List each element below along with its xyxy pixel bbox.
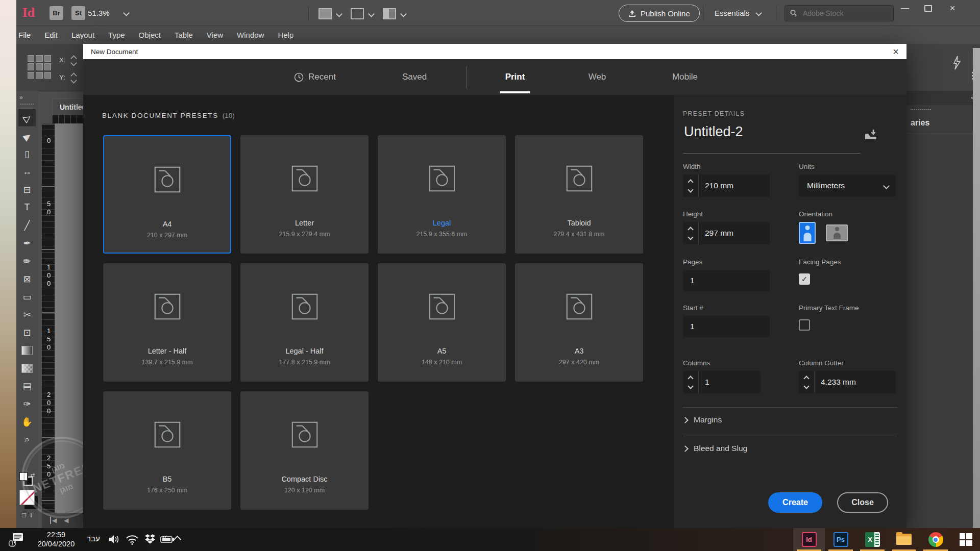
content-collector-tool[interactable]: ⊟	[18, 181, 36, 198]
stepper-up-icon[interactable]	[688, 179, 693, 185]
width-input[interactable]	[699, 181, 757, 191]
close-button[interactable]: Close	[837, 492, 888, 513]
stepper-up-icon[interactable]	[688, 375, 693, 381]
frame-tool[interactable]: ⊠	[18, 270, 36, 288]
preset-card-letter[interactable]: Letter215.9 x 279.4 mm	[240, 135, 369, 254]
menu-window[interactable]: Window	[237, 31, 264, 39]
stepper-down-icon[interactable]	[803, 383, 809, 389]
orientation-landscape-button[interactable]	[826, 224, 848, 241]
maximize-button[interactable]	[921, 2, 935, 14]
libraries-panel-tab[interactable]: aries	[911, 118, 929, 128]
column-gutter-field[interactable]	[799, 371, 896, 393]
preset-card-compact-disc[interactable]: Compact Disc120 x 120 mm	[240, 391, 369, 510]
gradient-feather-tool[interactable]	[18, 359, 36, 377]
pen-tool[interactable]: ✒	[18, 234, 36, 252]
stepper-down-icon[interactable]	[688, 234, 693, 240]
stepper-down-icon[interactable]	[688, 383, 693, 389]
chevron-up-icon[interactable]	[174, 536, 182, 544]
menu-layout[interactable]: Layout	[71, 31, 94, 39]
zoom-level-dropdown[interactable]: 51.3%	[88, 6, 129, 19]
height-input[interactable]	[699, 228, 757, 238]
stepper-up-icon[interactable]	[688, 227, 693, 232]
preset-card-a4[interactable]: A4210 x 297 mm	[103, 135, 231, 254]
save-preset-icon[interactable]	[864, 129, 878, 141]
eyedropper-tool[interactable]: ✑	[18, 395, 36, 413]
wifi-icon[interactable]	[126, 535, 139, 545]
menu-help[interactable]: Help	[278, 31, 293, 39]
menu-table[interactable]: Table	[175, 31, 193, 39]
columns-stepper[interactable]	[683, 371, 699, 393]
tab-mobile[interactable]: Mobile	[672, 59, 698, 95]
width-stepper[interactable]	[683, 174, 699, 197]
primary-text-frame-checkbox[interactable]	[799, 319, 810, 331]
publish-online-button[interactable]: Publish Online	[619, 5, 700, 22]
menu-edit[interactable]: Edit	[44, 31, 58, 39]
view-options-dropdown[interactable]	[318, 8, 341, 19]
dialog-close-button[interactable]: ×	[893, 46, 899, 57]
dropbox-icon[interactable]	[144, 534, 156, 545]
menu-file[interactable]: File	[18, 31, 31, 39]
workspace-switcher[interactable]: Essentials	[715, 5, 761, 21]
arrange-documents-dropdown[interactable]	[383, 8, 406, 19]
collapse-panels-button[interactable]: <<	[906, 91, 980, 105]
columns-input[interactable]	[699, 377, 757, 387]
note-tool[interactable]: ▤	[18, 377, 36, 395]
preset-card-a5[interactable]: A5148 x 210 mm	[378, 263, 506, 382]
create-button[interactable]: Create	[768, 492, 822, 513]
type-tool[interactable]: T	[18, 198, 36, 216]
tab-print[interactable]: Print	[505, 59, 525, 95]
close-window-button[interactable]: ×	[945, 2, 960, 14]
preset-card-letter-half[interactable]: Letter - Half139.7 x 215.9 mm	[103, 263, 231, 382]
free-transform-tool[interactable]: ⊡	[18, 323, 36, 341]
gradient-tool[interactable]	[18, 341, 36, 359]
bleed-slug-accordion[interactable]: Bleed and Slug	[683, 444, 747, 453]
preset-card-b5[interactable]: B5176 x 250 mm	[103, 391, 231, 510]
search-input[interactable]	[802, 9, 870, 18]
gutter-stepper[interactable]	[799, 371, 815, 393]
orientation-portrait-button[interactable]	[799, 222, 816, 244]
x-stepper-down-icon[interactable]	[70, 60, 77, 66]
height-field[interactable]	[683, 222, 770, 244]
tab-web[interactable]: Web	[589, 59, 606, 95]
units-dropdown[interactable]: Millimeters	[799, 174, 896, 197]
stepper-up-icon[interactable]	[803, 375, 809, 381]
tab-recent[interactable]: Recent	[294, 59, 336, 95]
formatting-affects-text-button[interactable]: T	[29, 511, 33, 519]
gap-tool[interactable]: ↔	[18, 163, 36, 181]
facing-pages-checkbox[interactable]: ✓	[799, 273, 810, 285]
line-tool[interactable]: ╱	[18, 216, 36, 234]
columns-field[interactable]	[683, 371, 761, 393]
stepper-down-icon[interactable]	[688, 187, 693, 192]
column-gutter-input[interactable]	[815, 377, 873, 387]
formatting-affects-container-button[interactable]: □	[22, 511, 26, 519]
taskbar-app-file-explorer[interactable]	[888, 528, 920, 551]
scissors-tool[interactable]: ✂	[18, 306, 36, 323]
reference-point-grid-icon[interactable]	[28, 55, 51, 79]
width-field[interactable]	[683, 174, 770, 197]
preset-card-tabloid[interactable]: Tabloid279.4 x 431.8 mm	[515, 135, 643, 254]
hand-tool[interactable]: ✋	[18, 413, 36, 431]
rectangle-tool[interactable]: ▭	[18, 288, 36, 306]
pages-field[interactable]	[683, 270, 770, 291]
taskbar-app-indesign[interactable]: Id	[793, 528, 825, 551]
tab-saved[interactable]: Saved	[402, 59, 427, 95]
bridge-badge[interactable]: Br	[50, 6, 63, 20]
stock-badge[interactable]: St	[71, 6, 85, 20]
panel-grip[interactable]	[20, 104, 34, 105]
preset-card-legal-half[interactable]: Legal - Half177.8 x 215.9 mm	[240, 263, 369, 382]
direct-selection-tool[interactable]: ▶	[18, 127, 36, 145]
battery-icon[interactable]	[160, 535, 175, 543]
menu-view[interactable]: View	[207, 31, 223, 39]
taskbar-app-chrome[interactable]	[920, 528, 951, 551]
clock[interactable]: 22:59 20/04/2020	[32, 530, 81, 548]
y-stepper-down-icon[interactable]	[70, 77, 77, 84]
taskbar-app-excel[interactable]: X	[856, 528, 888, 551]
margins-accordion[interactable]: Margins	[683, 415, 722, 424]
preset-card-a3[interactable]: A3297 x 420 mm	[515, 263, 643, 382]
zoom-tool[interactable]: ⌕	[18, 431, 36, 448]
notification-icon[interactable]: 1	[8, 532, 26, 548]
preset-card-legal[interactable]: Legal215.9 x 355.6 mm	[378, 135, 506, 254]
language-indicator[interactable]: עבר	[87, 534, 100, 543]
start-number-field[interactable]	[683, 316, 770, 337]
pages-input[interactable]	[683, 276, 742, 286]
